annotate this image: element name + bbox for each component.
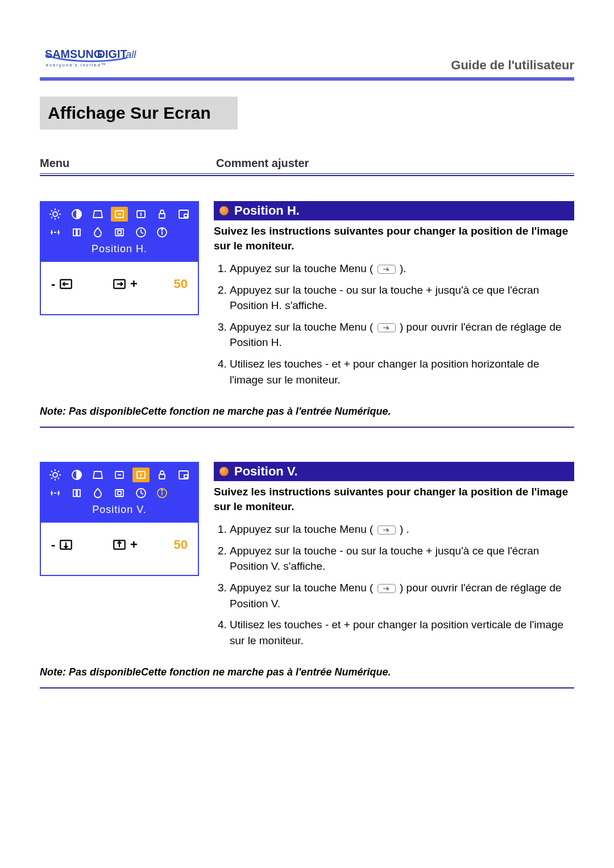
osd-contrast-icon [68,207,85,222]
header-rule [40,77,574,81]
svg-rect-22 [184,214,188,217]
osd-screenH-icon [111,207,128,222]
section-divider [40,427,574,428]
osd-brightness-icon [47,468,64,482]
header-row: SAMSUNG DIGIT all everyone's invited™ Gu… [40,40,574,73]
osd-clock-icon [132,225,150,240]
svg-line-12 [58,210,59,211]
increase-control: + [111,277,138,291]
page-title-bar: Affichage Sur Ecran [40,97,574,130]
instruction-step: Appuyez sur la touche - ou sur la touche… [230,543,574,574]
bullet-icon [219,467,229,476]
osd-speaker-icon [68,486,85,500]
osd-mock: Position H. - + 50 [40,201,199,315]
svg-text:everyone's invited™: everyone's invited™ [46,62,107,68]
svg-point-42 [53,473,57,477]
section-lead: Suivez les instructions suivantes pour c… [214,224,574,253]
osd-value: 50 [174,537,188,552]
svg-line-48 [58,478,59,479]
menu-button-icon [377,323,396,332]
section-heading-text: Position V. [234,464,298,479]
instruction-step: Appuyez sur la touche Menu ( ). [230,261,574,277]
svg-rect-29 [77,229,80,236]
steps-list: Appuyez sur la touche Menu ( ).Appuyez s… [214,261,574,387]
section-divider [40,687,574,688]
osd-pip-icon [175,207,192,222]
menu-button-icon [377,584,396,593]
osd-fine-icon [47,486,64,500]
page-title: Affichage Sur Ecran [48,103,211,123]
osd-clock-icon [132,486,150,500]
menu-button-icon [377,265,396,274]
osd-label: Position V. [45,500,193,520]
svg-text:SAMSUNG: SAMSUNG [45,48,102,60]
svg-rect-68 [118,491,121,495]
svg-line-10 [51,210,52,211]
decrease-control: - [51,277,74,291]
section-heading-text: Position H. [234,203,300,218]
svg-rect-66 [77,490,80,496]
osd-info-icon [154,225,171,240]
section-lead: Suivez les instructions suivantes pour c… [214,485,574,514]
osd-fine-icon [47,225,64,240]
svg-point-74 [161,490,163,491]
section-1: Position V. - + 50 Position V. Suivez le… [40,462,574,654]
brand-logo: SAMSUNG DIGIT all everyone's invited™ [40,40,142,73]
bullet-icon [219,206,229,215]
osd-spacer [175,486,192,500]
instruction-step: Appuyez sur la touche Menu ( ) pour ouvr… [230,319,574,350]
section-heading: Position V. [214,462,574,481]
osd-info-icon [154,486,171,500]
svg-rect-28 [73,229,76,236]
osd-color-icon [89,486,106,500]
svg-rect-67 [115,490,123,496]
osd-screenH-icon [111,468,128,482]
svg-point-37 [161,229,163,230]
osd-lock-icon [154,468,171,482]
svg-rect-20 [159,214,165,218]
instruction-step: Appuyez sur la touche - ou sur la touche… [230,282,574,314]
osd-screenV-icon [132,468,150,482]
osd-brightness-icon [47,207,64,222]
osd-trapezoid-icon [89,207,106,222]
svg-text:DIGIT: DIGIT [97,48,127,60]
osd-screen2-icon [111,225,128,240]
svg-line-71 [141,493,143,494]
decrease-control: - [51,537,74,552]
svg-rect-65 [73,490,76,496]
svg-rect-59 [184,475,188,478]
svg-line-34 [141,232,143,233]
osd-trapezoid-icon [89,468,106,482]
osd-spacer [175,225,192,240]
osd-color-icon [89,225,106,240]
svg-line-13 [51,217,52,218]
osd-lock-icon [154,207,171,222]
increase-control: + [111,537,138,552]
instructions: Position V. Suivez les instructions suiv… [214,462,574,654]
column-headers: Menu Comment ajuster [40,157,574,176]
osd-pip-icon [175,468,192,482]
section-0: Position H. - + 50 Position H. Suivez le… [40,201,574,393]
instruction-step: Appuyez sur la touche Menu ( ) . [230,521,574,537]
svg-rect-57 [159,474,165,479]
osd-contrast-icon [68,468,85,482]
instructions: Position H. Suivez les instructions suiv… [214,201,574,393]
section-note: Note: Pas disponibleCette fonction ne ma… [40,406,574,418]
svg-line-47 [51,471,52,472]
guide-title: Guide de l'utilisateur [451,58,574,73]
osd-screenV-icon [132,207,150,222]
menu-button-icon [377,525,396,535]
osd-speaker-icon [68,225,85,240]
osd-mock: Position V. - + 50 [40,462,199,576]
osd-label: Position H. [45,240,193,260]
section-heading: Position H. [214,201,574,220]
svg-line-50 [51,478,52,479]
osd-screen2-icon [111,486,128,500]
svg-marker-52 [93,471,102,478]
svg-line-49 [58,471,59,472]
svg-rect-31 [118,231,121,234]
column-adjust-label: Comment ajuster [216,157,309,170]
osd-value: 50 [174,277,188,291]
instruction-step: Utilisez les touches - et + pour changer… [230,356,574,387]
svg-point-5 [53,212,57,216]
